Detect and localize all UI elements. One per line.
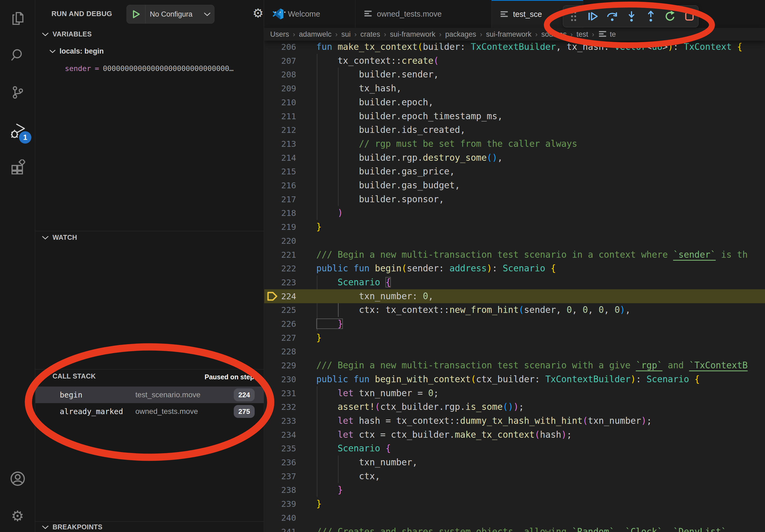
line-number: 227 [264,331,296,345]
activity-bar-item-files[interactable] [0,3,35,35]
code-line-236[interactable]: 236 txn_number, [264,455,765,469]
code-line-230[interactable]: 230public fun begin_with_context(ctx_bui… [264,372,765,386]
code-line-239[interactable]: 239} [264,497,765,511]
code-line-207[interactable]: 207 tx_context::create( [264,54,765,68]
line-number: 218 [264,206,296,220]
line-text: fun make_tx_context(builder: TxContextBu… [316,40,742,54]
call-stack-frame-already_marked[interactable]: already_markedowned_tests.move275 [35,403,264,420]
tab-owned-tests-move[interactable]: owned_tests.move [356,0,491,28]
code-line-206[interactable]: 206fun make_tx_context(builder: TxContex… [264,40,765,54]
code-line-225[interactable]: 225 ctx: tx_context::new_from_hint(sende… [264,303,765,317]
variable-row[interactable]: sender = 00000000000000000000000000000… [65,64,234,73]
line-text: let ctx = ctx_builder.make_tx_context(ha… [316,428,572,442]
debug-configuration-dropdown[interactable]: No Configura [127,5,215,24]
code-line-217[interactable]: 217 builder.sponsor, [264,192,765,206]
breadcrumb[interactable]: Users›adamwelc›sui›crates›sui-framework›… [264,28,765,41]
code-line-213[interactable]: 213 // rgp must be set from the caller a… [264,137,765,151]
stop-button[interactable] [683,10,696,23]
call-stack-section-header[interactable]: CALL STACK [42,372,96,380]
breadcrumb-separator: › [435,30,445,39]
breadcrumb-item[interactable]: crates [361,30,381,39]
breadcrumb-item[interactable]: Users [270,30,289,39]
line-number: 229 [264,359,296,372]
code-line-221[interactable]: 221/// Begin a new multi-transaction tes… [264,248,765,262]
code-line-208[interactable]: 208 builder.sender, [264,68,765,82]
line-number: 211 [264,109,296,123]
breadcrumb-item[interactable]: sources [541,30,567,39]
configuration-label[interactable]: No Configura [146,10,203,19]
line-text: txn_number: 0, [316,289,433,303]
step-out-button[interactable] [645,10,657,23]
code-line-215[interactable]: 215 builder.gas_price, [264,164,765,178]
sidebar-header: RUN AND DEBUG No Configura ⚙ ··· [35,0,264,28]
breadcrumb-item[interactable]: sui-framework [486,30,531,39]
activity-bar-item-source-control[interactable] [0,77,35,109]
activity-bar-item-run-debug[interactable]: 1 [0,115,35,147]
line-number: 240 [264,511,296,525]
step-over-button[interactable] [606,10,618,23]
code-line-222[interactable]: 222public fun begin(sender: address): Sc… [264,261,765,275]
line-number: 233 [264,414,296,428]
watch-section-header[interactable]: WATCH [42,234,77,241]
breadcrumb-file-item[interactable]: te [598,30,616,39]
code-line-220[interactable]: 220 [264,234,765,248]
code-line-212[interactable]: 212 builder.ids_created, [264,123,765,137]
code-line-226[interactable]: 226 } [264,317,765,331]
line-number: 228 [264,345,296,359]
code-line-216[interactable]: 216 builder.gas_budget, [264,178,765,192]
code-line-229[interactable]: 229/// Begin a new multi-transaction tes… [264,359,765,372]
drag-handle[interactable] [567,10,580,23]
extensions-icon [10,159,25,175]
stop-icon [683,10,696,23]
code-line-211[interactable]: 211 builder.epoch_timestamp_ms, [264,109,765,123]
line-text: txn_number, [316,455,417,469]
activity-bar-item-search[interactable] [0,40,35,72]
code-line-214[interactable]: 214 builder.rgp.destroy_some(), [264,151,765,165]
line-text: ctx, [316,469,380,483]
chevron-down-icon [42,235,49,240]
line-text: } [316,317,343,331]
restart-button[interactable] [664,10,676,23]
frame-line-badge: 224 [234,389,255,401]
breadcrumb-item[interactable]: sui [341,30,351,39]
continue-button[interactable] [587,10,599,23]
code-line-218[interactable]: 218 ) [264,206,765,220]
locals-scope-row[interactable]: locals: begin [49,47,104,56]
call-stack-frame-begin[interactable]: begintest_scenario.move224 [35,387,264,403]
code-line-228[interactable]: 228 [264,345,765,359]
code-line-223[interactable]: 223 Scenario { [264,275,765,289]
code-line-237[interactable]: 237 ctx, [264,469,765,483]
line-number: 215 [264,164,296,178]
code-line-231[interactable]: 231 let txn_number = 0; [264,386,765,400]
code-line-234[interactable]: 234 let ctx = ctx_builder.make_tx_contex… [264,428,765,442]
code-line-232[interactable]: 232 assert!(ctx_builder.rgp.is_some()); [264,400,765,414]
code-line-227[interactable]: 227} [264,331,765,345]
code-editor[interactable]: 206fun make_tx_context(builder: TxContex… [264,0,765,532]
line-text: builder.rgp.destroy_some(), [316,151,502,165]
breakpoints-section-header[interactable]: BREAKPOINTS [42,523,102,531]
code-line-210[interactable]: 210 builder.epoch, [264,95,765,109]
breadcrumb-item[interactable]: packages [445,30,476,39]
start-debugging-play-icon[interactable] [127,5,146,23]
code-line-233[interactable]: 233 let hash = tx_context::dummy_tx_hash… [264,414,765,428]
code-line-235[interactable]: 235 Scenario { [264,441,765,455]
activity-bar-item-account[interactable] [0,463,35,495]
code-line-238[interactable]: 238 } [264,483,765,497]
code-line-224[interactable]: 224 txn_number: 0, [264,289,765,303]
breadcrumb-item[interactable]: adamwelc [299,30,332,39]
activity-bar-item-settings-gear[interactable]: ⚙ [0,500,35,532]
variables-section-header[interactable]: VARIABLES [42,30,92,38]
code-line-219[interactable]: 219} [264,220,765,234]
code-line-240[interactable]: 240 [264,511,765,525]
debug-settings-gear-icon[interactable]: ⚙ [253,6,264,20]
variable-equals: = [95,64,99,73]
more-actions-icon[interactable]: ··· [274,5,288,18]
step-into-button[interactable] [625,10,638,23]
line-number: 220 [264,234,296,248]
breadcrumb-item[interactable]: sui-framework [390,30,435,39]
code-line-209[interactable]: 209 tx_hash, [264,82,765,95]
code-line-241[interactable]: 241/// Creates and shares system objects… [264,525,765,532]
activity-bar-item-extensions[interactable] [0,151,35,183]
step-into-icon [625,10,638,23]
breadcrumb-item[interactable]: test [576,30,588,39]
